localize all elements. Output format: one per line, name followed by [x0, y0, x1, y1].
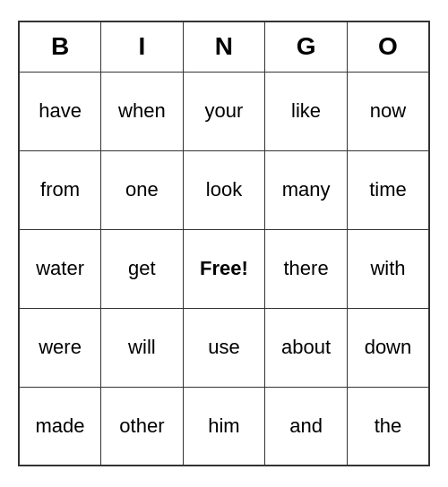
bingo-cell-2-2: Free!: [183, 229, 265, 308]
bingo-row-2: watergetFree!therewith: [19, 229, 429, 308]
bingo-cell-1-1: one: [101, 150, 184, 229]
bingo-cell-1-4: time: [347, 150, 429, 229]
header-row: BINGO: [19, 21, 429, 72]
bingo-cell-4-3: and: [265, 387, 348, 466]
bingo-cell-0-0: have: [19, 72, 101, 150]
bingo-row-1: fromonelookmanytime: [19, 150, 429, 229]
bingo-cell-0-4: now: [347, 72, 429, 150]
bingo-cell-3-4: down: [347, 308, 429, 387]
bingo-cell-1-0: from: [19, 150, 101, 229]
bingo-cell-4-2: him: [183, 387, 265, 466]
bingo-row-4: madeotherhimandthe: [19, 387, 429, 466]
bingo-card: BINGO havewhenyourlikenowfromonelookmany…: [18, 21, 430, 466]
bingo-cell-2-3: there: [265, 229, 348, 308]
bingo-cell-3-3: about: [265, 308, 348, 387]
bingo-cell-1-3: many: [265, 150, 348, 229]
header-col-n: N: [183, 21, 265, 72]
bingo-cell-1-2: look: [183, 150, 265, 229]
bingo-cell-3-0: were: [19, 308, 101, 387]
bingo-cell-3-1: will: [101, 308, 184, 387]
bingo-row-0: havewhenyourlikenow: [19, 72, 429, 150]
bingo-cell-2-4: with: [347, 229, 429, 308]
bingo-cell-0-2: your: [183, 72, 265, 150]
bingo-cell-4-1: other: [101, 387, 184, 466]
header-col-b: B: [19, 21, 101, 72]
bingo-cell-2-0: water: [19, 229, 101, 308]
bingo-cell-4-0: made: [19, 387, 101, 466]
bingo-cell-4-4: the: [347, 387, 429, 466]
bingo-cell-0-1: when: [101, 72, 184, 150]
header-col-g: G: [265, 21, 348, 72]
bingo-cell-2-1: get: [101, 229, 184, 308]
bingo-cell-0-3: like: [265, 72, 348, 150]
header-col-o: O: [347, 21, 429, 72]
bingo-row-3: werewilluseaboutdown: [19, 308, 429, 387]
header-col-i: I: [101, 21, 184, 72]
bingo-cell-3-2: use: [183, 308, 265, 387]
bingo-body: havewhenyourlikenowfromonelookmanytimewa…: [19, 72, 429, 466]
